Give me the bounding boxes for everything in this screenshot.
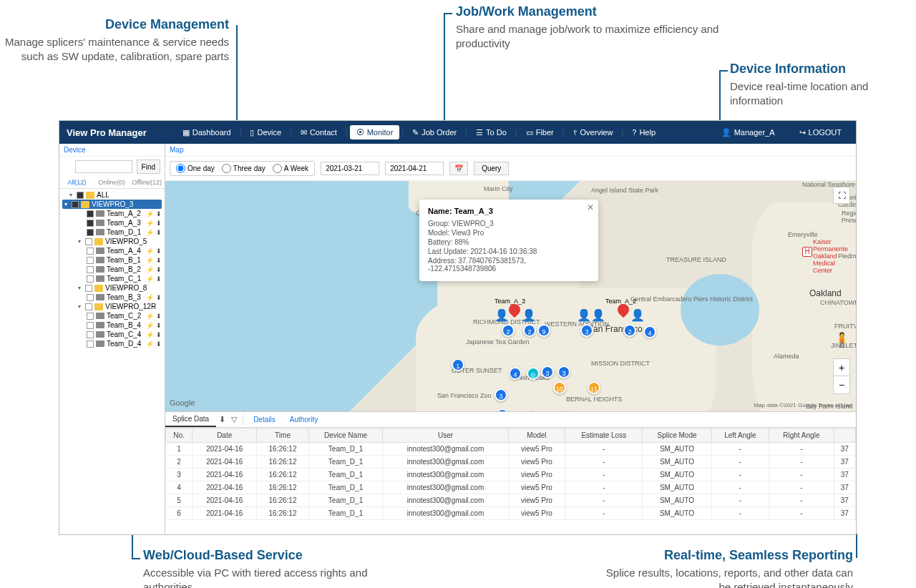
map-cluster[interactable]: 3 bbox=[580, 324, 593, 337]
tree-device[interactable]: Team_C_4⚡ ⬇ bbox=[62, 330, 162, 339]
map-cluster[interactable]: 3 bbox=[557, 366, 570, 378]
person-icon: 👤 bbox=[494, 308, 509, 322]
map-pin[interactable] bbox=[509, 304, 520, 320]
tree-device[interactable]: Team_A_2⚡ ⬇ bbox=[62, 209, 162, 218]
map-label: San Francisco Zoo bbox=[437, 392, 492, 399]
table-header[interactable]: Splice Mode bbox=[643, 428, 711, 443]
tree-root[interactable]: ▾ALL bbox=[62, 190, 162, 200]
table-header[interactable]: Device Name bbox=[308, 428, 383, 443]
nav-todo[interactable]: ☰To Do bbox=[469, 125, 513, 140]
tree-device[interactable]: Team_B_3⚡ ⬇ bbox=[62, 293, 162, 302]
map-cluster[interactable]: 10 bbox=[553, 381, 566, 394]
nav-joborder[interactable]: ✎Job Order bbox=[406, 125, 463, 140]
filter-icon[interactable]: ▽ bbox=[228, 412, 240, 427]
tree-group[interactable]: ▾VIEWPRO_5 bbox=[62, 237, 162, 246]
logout-button[interactable]: ↪LOGOUT bbox=[793, 125, 848, 140]
tree-device[interactable]: Team_B_1⚡ ⬇ bbox=[62, 255, 162, 265]
map-cluster[interactable]: 2 bbox=[502, 324, 515, 337]
map-header: Map bbox=[165, 144, 856, 157]
map-cluster[interactable]: 4 bbox=[509, 367, 522, 380]
map-cluster[interactable]: 1 bbox=[452, 358, 464, 371]
zoom-out-button[interactable]: − bbox=[834, 376, 849, 393]
map-pin[interactable] bbox=[618, 304, 629, 320]
radio-one-day[interactable]: One day bbox=[176, 164, 215, 173]
table-header[interactable]: Model bbox=[508, 428, 565, 443]
map-cluster[interactable]: 3 bbox=[541, 366, 554, 378]
fullscreen-button[interactable]: ⛶ bbox=[833, 187, 850, 204]
table-header[interactable]: Right Angle bbox=[769, 428, 834, 443]
zoom-in-button[interactable]: + bbox=[834, 359, 849, 376]
download-icon[interactable]: ⬇ bbox=[216, 412, 228, 427]
radio-three-day[interactable]: Three day bbox=[222, 164, 265, 173]
tree-device[interactable]: Team_B_4⚡ ⬇ bbox=[62, 320, 162, 330]
tab-authority[interactable]: Authority bbox=[283, 413, 325, 426]
table-row[interactable]: 22021-04-1616:26:12Team_D_1innotest300@g… bbox=[166, 456, 856, 469]
pegman-icon[interactable]: 🧍 bbox=[833, 331, 850, 354]
table-header[interactable]: User bbox=[383, 428, 508, 443]
tree-group[interactable]: ▾VIEWPRO_3 bbox=[62, 200, 162, 209]
nav-help[interactable]: ?Help bbox=[625, 125, 662, 139]
calendar-button[interactable]: 📅 bbox=[449, 162, 468, 175]
table-row[interactable]: 12021-04-1616:26:12Team_D_1innotest300@g… bbox=[166, 443, 856, 456]
table-header[interactable]: No. bbox=[166, 428, 193, 443]
nav-fiber[interactable]: ▭Fiber bbox=[520, 125, 560, 140]
date-to-input[interactable] bbox=[385, 162, 444, 175]
search-input[interactable] bbox=[75, 160, 132, 173]
date-from-input[interactable] bbox=[321, 162, 379, 175]
connector-line bbox=[444, 13, 452, 14]
nav-monitor[interactable]: ⦿Monitor bbox=[350, 125, 400, 139]
table-header[interactable]: Estimate Loss bbox=[565, 428, 643, 443]
map-cluster[interactable]: ◎ bbox=[527, 367, 540, 380]
table-row[interactable]: 32021-04-1616:26:12Team_D_1innotest300@g… bbox=[166, 469, 856, 481]
fiber-icon: ▭ bbox=[526, 128, 533, 137]
tree-group[interactable]: ▾VIEWPRO_8 bbox=[62, 283, 162, 293]
filter-offline[interactable]: Offline(12) bbox=[129, 177, 165, 188]
main-panel: Map One day Three day A Week 📅 Query bbox=[165, 144, 856, 534]
tab-details[interactable]: Details bbox=[246, 413, 283, 426]
connector-line bbox=[719, 70, 728, 72]
tab-splice-data[interactable]: Splice Data bbox=[165, 412, 216, 427]
table-header[interactable]: Left Angle bbox=[711, 428, 769, 443]
tree-device[interactable]: Team_D_4⚡ ⬇ bbox=[62, 339, 162, 348]
nav-contact[interactable]: ✉Contact bbox=[294, 125, 344, 140]
nav-overview[interactable]: ⫯Overview bbox=[567, 125, 620, 139]
map-cluster[interactable]: 2 bbox=[523, 324, 536, 337]
tree-device[interactable]: Team_C_1⚡ ⬇ bbox=[62, 274, 162, 283]
table-row[interactable]: 42021-04-1616:26:12Team_D_1innotest300@g… bbox=[166, 481, 856, 494]
table-row[interactable]: 62021-04-1616:26:12Team_D_1innotest300@g… bbox=[166, 507, 856, 520]
map-cluster[interactable]: 3 bbox=[494, 388, 507, 401]
user-menu[interactable]: 👤Manager_A bbox=[715, 125, 781, 140]
find-button[interactable]: Find bbox=[137, 160, 160, 174]
query-button[interactable]: Query bbox=[474, 162, 509, 175]
radio-week[interactable]: A Week bbox=[273, 164, 308, 173]
tree-device[interactable]: Team_D_1⚡ ⬇ bbox=[62, 227, 162, 237]
map-cluster[interactable]: 2 bbox=[623, 324, 636, 337]
tree-device[interactable]: Team_C_2⚡ ⬇ bbox=[62, 311, 162, 320]
tree-device[interactable]: Team_A_3⚡ ⬇ bbox=[62, 218, 162, 227]
table-row[interactable]: 52021-04-1616:26:12Team_D_1innotest300@g… bbox=[166, 494, 856, 507]
map-label: FRUITVALE bbox=[834, 323, 856, 330]
filter-all[interactable]: All(12) bbox=[59, 177, 94, 188]
connector-line bbox=[856, 534, 857, 558]
dashboard-icon: ▦ bbox=[182, 128, 190, 137]
nav-device[interactable]: ▯Device bbox=[243, 125, 288, 140]
tree-device[interactable]: Team_A_4⚡ ⬇ bbox=[62, 246, 162, 255]
map-label: MISSION DISTRICT bbox=[591, 360, 650, 367]
zoom-control: + − bbox=[833, 358, 850, 394]
nav-dashboard[interactable]: ▦Dashboard bbox=[176, 125, 238, 140]
map-label: TREASURE ISLAND bbox=[666, 256, 726, 263]
map-cluster[interactable]: 11 bbox=[588, 381, 600, 394]
map-canvas[interactable]: Marin City Sausalito Angel Island State … bbox=[165, 181, 856, 411]
table-header[interactable]: Time bbox=[257, 428, 308, 443]
table-header[interactable]: Date bbox=[192, 428, 257, 443]
callout-title: Web/Cloud-Based Service bbox=[143, 548, 386, 563]
popup-close-button[interactable]: ✕ bbox=[587, 202, 594, 212]
map-cluster[interactable]: 4 bbox=[643, 325, 656, 338]
tree-device[interactable]: Team_B_2⚡ ⬇ bbox=[62, 265, 162, 274]
filter-online[interactable]: Online(0) bbox=[94, 177, 130, 188]
tree-group[interactable]: ▾VIEWPRO_12R bbox=[62, 302, 162, 311]
callout-title: Device Information bbox=[730, 62, 909, 77]
map-cluster[interactable]: 9 bbox=[537, 324, 550, 337]
device-icon: ▯ bbox=[250, 128, 254, 137]
table-header[interactable] bbox=[834, 428, 855, 443]
